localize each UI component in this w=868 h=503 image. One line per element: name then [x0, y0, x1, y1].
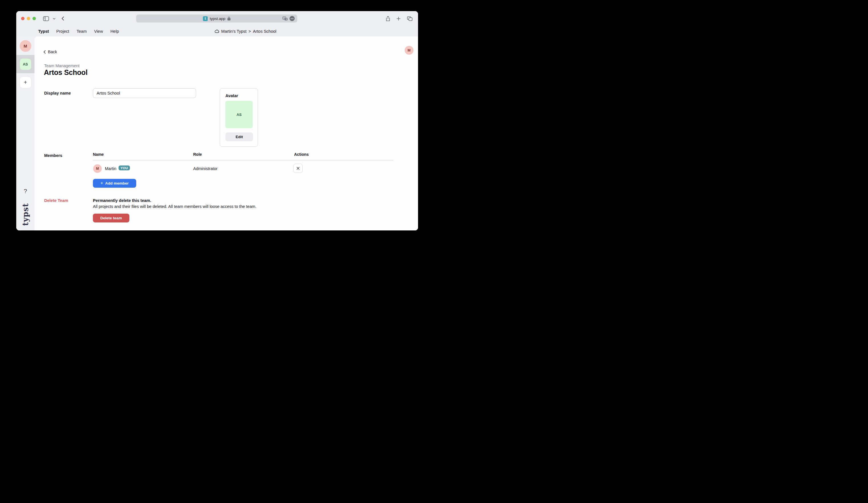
tab-overview-icon[interactable]	[407, 16, 413, 21]
header-user-avatar[interactable]: M	[405, 46, 413, 55]
svg-text:文: 文	[285, 18, 287, 21]
edit-avatar-button[interactable]: Edit	[225, 133, 253, 141]
member-name: Martin	[105, 166, 116, 171]
menu-typst[interactable]: Typst	[38, 29, 49, 34]
delete-warning-title: Permanently delete this team.	[93, 198, 151, 203]
plus-icon: +	[101, 181, 103, 186]
zoom-window-button[interactable]	[32, 17, 36, 20]
typst-logo: typst	[21, 203, 30, 226]
column-header-role: Role	[193, 152, 202, 157]
back-nav-icon[interactable]	[61, 11, 64, 26]
svg-text:A: A	[283, 17, 285, 19]
member-avatar: M	[93, 164, 102, 173]
remove-member-button[interactable]	[293, 164, 303, 173]
display-name-label: Display name	[44, 91, 71, 95]
delete-warning-body: All projects and their files will be del…	[93, 204, 257, 209]
breadcrumb-separator: >	[248, 29, 251, 34]
share-icon[interactable]	[386, 16, 390, 21]
menu-view[interactable]: View	[94, 29, 103, 34]
toolbar-right-actions	[386, 11, 413, 26]
minimize-window-button[interactable]	[27, 17, 30, 20]
app-body: M AS + ? typst Back Team	[16, 36, 418, 230]
column-header-name: Name	[93, 152, 104, 157]
lock-icon	[227, 17, 230, 21]
breadcrumb: Martin's Typst > Artos School	[215, 26, 276, 36]
url-center: t typst.app	[203, 16, 230, 21]
url-bar-actions: 文 A	[282, 14, 294, 22]
add-member-button[interactable]: + Add member	[93, 179, 136, 188]
cloud-icon	[215, 30, 219, 33]
sidebar-user-avatar[interactable]: M	[20, 40, 31, 52]
main-wrap: Back Team Management Artos School M Disp…	[34, 36, 418, 230]
team-management-page: Back Team Management Artos School M Disp…	[34, 36, 418, 230]
app-menubar: Typst Project Team View Help Martin's Ty…	[16, 26, 418, 36]
breadcrumb-workspace[interactable]: Martin's Typst	[221, 29, 247, 34]
new-tab-icon[interactable]	[396, 17, 401, 21]
sidebar-selected-band: AS	[16, 55, 34, 73]
you-badge: YOU	[118, 166, 130, 170]
chevron-left-icon	[43, 50, 46, 54]
page-settings-icon[interactable]	[290, 16, 294, 21]
menu-project[interactable]: Project	[56, 29, 69, 34]
menu-team[interactable]: Team	[77, 29, 87, 34]
sidebar-toggle-icon[interactable]	[43, 11, 49, 26]
avatar-card: Avatar AS Edit	[220, 88, 258, 147]
help-button[interactable]: ?	[16, 188, 34, 195]
browser-window: t typst.app 文	[16, 11, 418, 230]
browser-chrome: t typst.app 文	[16, 11, 418, 36]
team-avatar-preview: AS	[225, 101, 253, 128]
typst-logo-wrap: typst	[16, 203, 34, 226]
url-text: typst.app	[210, 17, 225, 21]
chevron-down-icon[interactable]	[53, 11, 55, 26]
browser-toolbar: t typst.app 文	[16, 11, 418, 26]
traffic-lights	[21, 17, 36, 20]
avatar-card-title: Avatar	[225, 93, 252, 98]
sidebar-team-avatar[interactable]: AS	[20, 59, 31, 70]
table-row: M Martin YOU Administrator	[93, 164, 393, 177]
workspace-sidebar: M AS + ? typst	[16, 36, 34, 230]
site-favicon: t	[203, 16, 208, 21]
page-title: Artos School	[44, 69, 87, 77]
menu-help[interactable]: Help	[110, 29, 119, 34]
close-window-button[interactable]	[21, 17, 24, 20]
add-member-label: Add member	[105, 181, 129, 186]
members-label: Members	[44, 153, 62, 158]
column-header-actions: Actions	[294, 152, 309, 157]
section-eyebrow: Team Management	[44, 63, 80, 68]
back-link[interactable]: Back	[43, 50, 57, 54]
delete-team-button[interactable]: Delete team	[93, 213, 130, 222]
member-role: Administrator	[193, 166, 217, 171]
delete-team-section-label: Delete Team	[44, 198, 68, 203]
back-label: Back	[48, 50, 57, 54]
display-name-input[interactable]	[93, 88, 196, 98]
url-bar[interactable]: t typst.app 文	[136, 14, 297, 22]
breadcrumb-page[interactable]: Artos School	[253, 29, 276, 34]
sidebar-add-team-button[interactable]: +	[20, 77, 31, 88]
table-divider	[93, 160, 393, 160]
translate-icon[interactable]: 文 A	[282, 17, 288, 21]
